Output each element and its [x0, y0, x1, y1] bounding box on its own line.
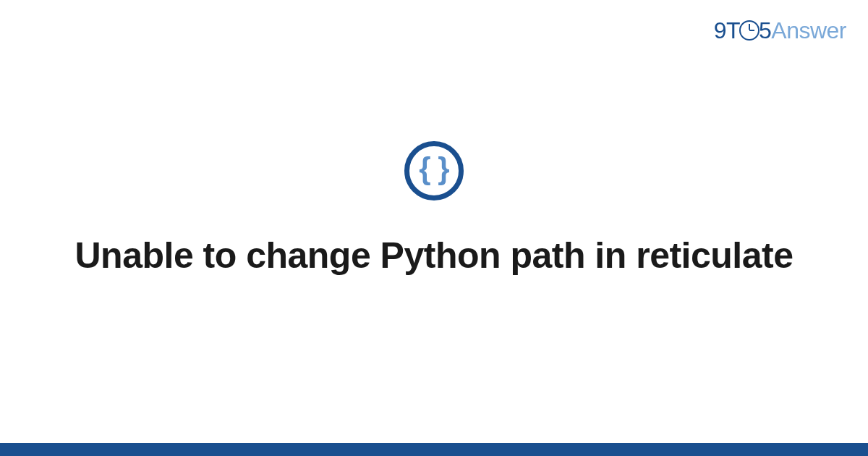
page-title: Unable to change Python path in reticula…	[75, 233, 793, 279]
code-braces-icon: { }	[404, 141, 464, 200]
footer-accent-bar	[0, 443, 868, 456]
main-content: { } Unable to change Python path in reti…	[0, 0, 868, 456]
code-braces-glyph: { }	[419, 153, 448, 188]
